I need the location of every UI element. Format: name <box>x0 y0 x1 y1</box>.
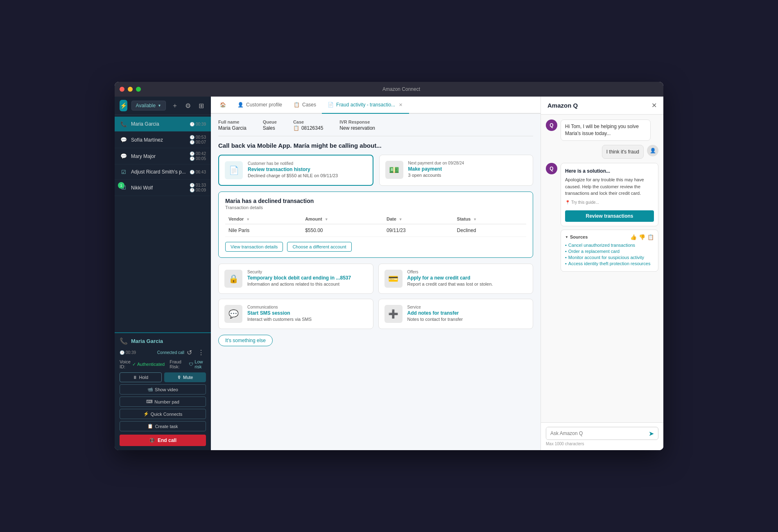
source-link-4[interactable]: • Access identity theft protection resou… <box>565 261 654 266</box>
call-about-text: Call back via Mobile App. María might be… <box>218 142 533 149</box>
contact-time1: 🕐 00:39 <box>190 122 206 126</box>
contact-name: Sofía Martínez <box>131 137 186 143</box>
tab-cases[interactable]: 📋 Cases <box>288 97 322 114</box>
q-message-3: Q Here is a solution... Apologize for an… <box>546 163 658 272</box>
thumbs-down-button[interactable]: 👎 <box>639 234 645 240</box>
status-button[interactable]: Available ▼ <box>131 101 166 110</box>
q-char-limit: Max 1000 characters <box>546 442 658 446</box>
quick-connects-button[interactable]: ⚡ Quick Connects <box>120 409 206 419</box>
q-bubble-bot1: Hi Tom, I will be helping you solve Mari… <box>561 119 651 141</box>
view-transaction-button[interactable]: View transaction details <box>225 242 283 252</box>
q-sources-header: Sources 👍 👎 📋 <box>565 234 654 240</box>
refresh-icon[interactable]: ↺ <box>184 347 194 357</box>
payment-suggestion-icon: 💵 <box>385 161 403 179</box>
tabs-bar: 🏠 👤 Customer profile 📋 Cases 📄 Fraud act… <box>211 97 541 114</box>
info-ivr: IVR Response New reservation <box>339 119 375 131</box>
more-options-icon[interactable]: ⋮ <box>196 347 206 357</box>
q-close-button[interactable]: ✕ <box>651 101 657 109</box>
grid-icon[interactable]: ⊞ <box>196 101 206 110</box>
suggestion-card-payment[interactable]: 💵 Next payment due on 09/28/24 Make paym… <box>379 155 534 186</box>
contact-item[interactable]: ☑ 1 Nikki Wolf 🕐 01:33 🕐 00:09 <box>115 180 211 196</box>
info-queue: Queue Sales <box>263 119 277 131</box>
gear-icon[interactable]: ⚙ <box>183 101 193 110</box>
source-link-2[interactable]: • Order a replacement card <box>565 249 654 254</box>
tab-close-button[interactable]: ✕ <box>398 102 403 108</box>
mute-button[interactable]: 🎙 Mute <box>164 372 206 382</box>
q-input-field[interactable] <box>546 427 645 440</box>
contact-times: 🕐 00:39 <box>190 122 206 126</box>
suggestion-title: Review transaction history <box>248 167 367 172</box>
something-else-button[interactable]: It's something else <box>218 335 273 346</box>
action-card-offers[interactable]: 💳 Offers Apply for a new credit card Rep… <box>378 264 534 294</box>
contact-item[interactable]: 📞 Maria Garcia 🕐 00:39 <box>115 117 211 132</box>
thumbs-up-button[interactable]: 👍 <box>630 234 637 240</box>
contact-time2: 🕐 00:07 <box>190 140 206 144</box>
cell-vendor: Nile Paris <box>225 224 302 237</box>
transaction-table: Vendor ▼ Amount ▼ Date ▼ Status ▼ Nile P… <box>225 214 526 237</box>
action-card-security[interactable]: 🔒 Security Temporary block debit card en… <box>218 264 373 294</box>
q-send-button[interactable]: ➤ <box>645 427 658 440</box>
action-card-notes[interactable]: ➕ Service Add notes for transfer Notes t… <box>378 299 534 329</box>
contact-time2: 🕐 00:09 <box>190 188 206 192</box>
col-vendor: Vendor ▼ <box>225 214 302 224</box>
action-card-content: Service Add notes for transfer Notes to … <box>407 305 527 322</box>
suggestion-desc: 3 open accounts <box>408 173 527 178</box>
number-pad-button[interactable]: ⌨ Number pad <box>120 397 206 407</box>
source-link-3[interactable]: • Monitor account for suspicious activit… <box>565 255 654 260</box>
contact-item[interactable]: 💬 Sofía Martínez 🕐 00:53 🕐 00:07 <box>115 132 211 148</box>
suggestion-subtitle: Customer has be notified <box>248 161 367 166</box>
add-icon[interactable]: ＋ <box>170 101 180 110</box>
q-solution-box: Here is a solution... Apologize for any … <box>561 163 658 226</box>
table-actions: View transaction details Choose a differ… <box>225 242 526 252</box>
action-card-content: Offers Apply for a new credit card Repor… <box>407 270 527 286</box>
info-row: Full name Maria Garcia Queue Sales Case … <box>218 119 533 136</box>
phone-icon: 📞 <box>120 120 128 128</box>
creditcard-icon: 💳 <box>384 270 403 288</box>
tab-home[interactable]: 🏠 <box>214 97 232 114</box>
voice-id: Voice ID: ✓ Authenticated <box>120 359 165 369</box>
tab-customer-profile[interactable]: 👤 Customer profile <box>232 97 288 114</box>
maximize-dot[interactable] <box>136 87 141 92</box>
action-card-sms[interactable]: 💬 Communications Start SMS session Inter… <box>218 299 373 329</box>
source-link-1[interactable]: • Cancel unauthorized transactions <box>565 243 654 248</box>
contact-item[interactable]: ☑ Adjust Ricard Smith's p... 🕐 06:43 <box>115 165 211 180</box>
minimize-dot[interactable] <box>128 87 133 92</box>
tab-fraud-activity[interactable]: 📄 Fraud activity - transactio... ✕ <box>322 97 409 114</box>
end-call-button[interactable]: 📵 End call <box>120 435 206 446</box>
clock-icon: 🕐 <box>120 350 124 355</box>
voice-fraud-row: Voice ID: ✓ Authenticated Fraud Risk: 🛡 … <box>120 359 206 369</box>
q-title: Amazon Q <box>547 102 578 109</box>
copy-button[interactable]: 📋 <box>647 234 654 240</box>
contact-list: 📞 Maria Garcia 🕐 00:39 💬 Sofía Martínez … <box>115 115 211 332</box>
q-bubble-user: I think it's fraud <box>602 145 644 159</box>
contact-item[interactable]: 💬 Mary Major 🕐 00:42 🕐 00:05 <box>115 148 211 165</box>
review-transactions-button[interactable]: Review transactions <box>565 210 654 222</box>
action-desc: Notes to contact for transfer <box>407 317 527 322</box>
suggestion-card-review[interactable]: 📄 Customer has be notified Review transa… <box>218 155 373 186</box>
suggestion-card-content: Customer has be notified Review transact… <box>248 161 367 178</box>
sidebar: ⚡ Available ▼ ＋ ⚙ ⊞ 📞 Maria Garcia <box>115 97 211 450</box>
call-buttons: ⏸ Hold 🎙 Mute 📹 Show video ⌨ <box>120 372 206 431</box>
show-video-button[interactable]: 📹 Show video <box>120 384 206 394</box>
status-label: Available <box>136 103 156 108</box>
action-category: Communications <box>247 305 367 309</box>
table-row: Nile Paris $550.00 09/11/23 Declined <box>225 224 526 237</box>
sort-icon: ▼ <box>325 217 328 221</box>
sources-toggle[interactable]: Sources <box>565 234 588 239</box>
choose-account-button[interactable]: Choose a different account <box>287 242 351 252</box>
create-task-button[interactable]: 📋 Create task <box>120 421 206 431</box>
action-card-content: Communications Start SMS session Interac… <box>247 305 367 322</box>
action-title: Apply for a new credit card <box>407 275 527 281</box>
close-dot[interactable] <box>120 87 124 92</box>
contact-time2: 🕐 00:05 <box>190 156 206 161</box>
contact-times: 🕐 01:33 🕐 00:09 <box>190 183 206 192</box>
video-icon: 📹 <box>147 387 153 392</box>
suggestion-subtitle: Next payment due on 09/28/24 <box>408 161 527 165</box>
chevron-down-icon: ▼ <box>158 104 161 108</box>
hold-button[interactable]: ⏸ Hold <box>120 372 162 382</box>
chat-icon: 💬 <box>120 136 128 144</box>
active-caller: 📞 Maria Garcia <box>120 337 206 345</box>
notification-badge: 1 <box>118 182 124 189</box>
contact-time1: 🕐 01:33 <box>190 183 206 187</box>
fullname-label: Full name <box>218 119 247 124</box>
